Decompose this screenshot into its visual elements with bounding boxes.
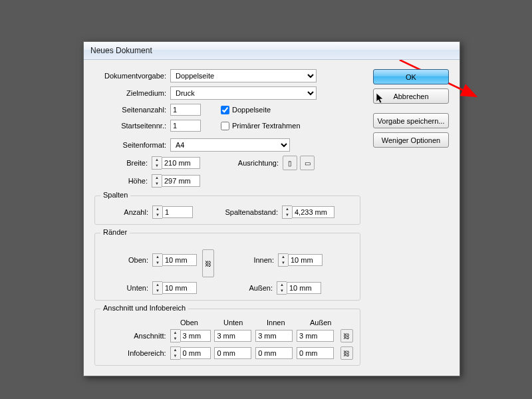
preset-select[interactable]: Doppelseite	[170, 69, 317, 82]
margin-link-button[interactable]: ⛓	[202, 249, 214, 277]
new-document-dialog: Neues Dokument OK Abbrechen Vorgabe spei…	[83, 41, 460, 376]
slug-link-button[interactable]: ⛓	[340, 346, 353, 360]
label-facing: Doppelseite	[232, 106, 271, 114]
slug-top-input[interactable]: ▲▼	[170, 346, 211, 360]
save-preset-button[interactable]: Vorgabe speichern...	[373, 113, 449, 128]
label-margin-outside: Außen:	[213, 284, 277, 292]
slug-inside-input[interactable]	[255, 347, 293, 359]
bleed-column-headers: ObenUntenInnenAußen	[180, 319, 353, 327]
label-primaryframe: Primärer Textrahmen	[232, 122, 301, 130]
button-column: OK Abbrechen Vorgabe speichern... Wenige…	[373, 69, 449, 152]
label-margin-inside: Innen:	[214, 256, 278, 264]
fewer-options-button[interactable]: Weniger Optionen	[373, 132, 449, 148]
label-pagesize: Seitenformat:	[94, 141, 170, 149]
bleed-outside-input[interactable]	[297, 330, 334, 342]
bleed-bottom-input[interactable]	[214, 330, 251, 342]
columns-group: Spalten Anzahl: ▲▼ Spaltenabstand: ▲▼	[94, 196, 360, 225]
bleed-top-input[interactable]: ▲▼	[170, 329, 211, 342]
window-title: Neues Dokument	[90, 46, 152, 55]
label-slug: Infobereich:	[102, 349, 170, 357]
label-margin-bottom: Unten:	[102, 284, 152, 292]
cursor-icon	[376, 93, 384, 105]
height-input[interactable]: ▲▼	[152, 174, 200, 188]
width-input[interactable]: ▲▼	[152, 156, 200, 170]
bleed-group-title: Anschnitt und Infobereich	[100, 304, 188, 312]
label-margin-top: Oben:	[102, 256, 152, 264]
label-orientation: Ausrichtung:	[200, 159, 283, 167]
label-height: Höhe:	[94, 177, 152, 185]
primary-frame-checkbox[interactable]	[221, 122, 229, 130]
columns-group-title: Spalten	[100, 191, 130, 199]
titlebar: Neues Dokument	[84, 42, 460, 60]
label-intent: Zielmedium:	[94, 89, 170, 97]
ok-button[interactable]: OK	[373, 69, 449, 84]
label-col-gutter: Spaltenabstand:	[193, 208, 282, 216]
orientation-portrait-button[interactable]: ▯	[283, 156, 297, 170]
label-col-count: Anzahl:	[102, 208, 152, 216]
bleed-group: Anschnitt und Infobereich ObenUntenInnen…	[94, 309, 360, 366]
startpage-input[interactable]	[170, 120, 201, 132]
column-gutter-input[interactable]: ▲▼	[282, 205, 334, 219]
pages-input[interactable]	[170, 104, 201, 116]
margin-inside-input[interactable]: ▲▼	[278, 253, 323, 267]
margins-group: Ränder Oben: ▲▼ ⛓ Innen: ▲▼ Unten: ▲▼ Au…	[94, 233, 360, 301]
slug-outside-input[interactable]	[297, 347, 334, 359]
margin-outside-input[interactable]: ▲▼	[277, 281, 321, 295]
pagesize-select[interactable]: A4	[170, 138, 290, 152]
bleed-inside-input[interactable]	[255, 330, 293, 342]
label-bleed: Anschnitt:	[102, 332, 170, 340]
facing-pages-checkbox[interactable]	[221, 106, 229, 114]
slug-bottom-input[interactable]	[214, 347, 251, 359]
margin-bottom-input[interactable]: ▲▼	[152, 281, 197, 295]
label-width: Breite:	[94, 159, 152, 167]
label-pages: Seitenanzahl:	[94, 106, 170, 114]
bleed-link-button[interactable]: ⛓	[340, 329, 353, 342]
label-startpage: Startseitennr.:	[94, 122, 170, 130]
cancel-button[interactable]: Abbrechen	[373, 88, 449, 104]
label-preset: Dokumentvorgabe:	[94, 72, 170, 80]
margin-top-input[interactable]: ▲▼	[152, 253, 197, 267]
intent-select[interactable]: Druck	[170, 86, 317, 100]
margins-group-title: Ränder	[100, 228, 130, 236]
orientation-landscape-button[interactable]: ▭	[300, 156, 315, 170]
column-count-input[interactable]: ▲▼	[152, 205, 193, 219]
